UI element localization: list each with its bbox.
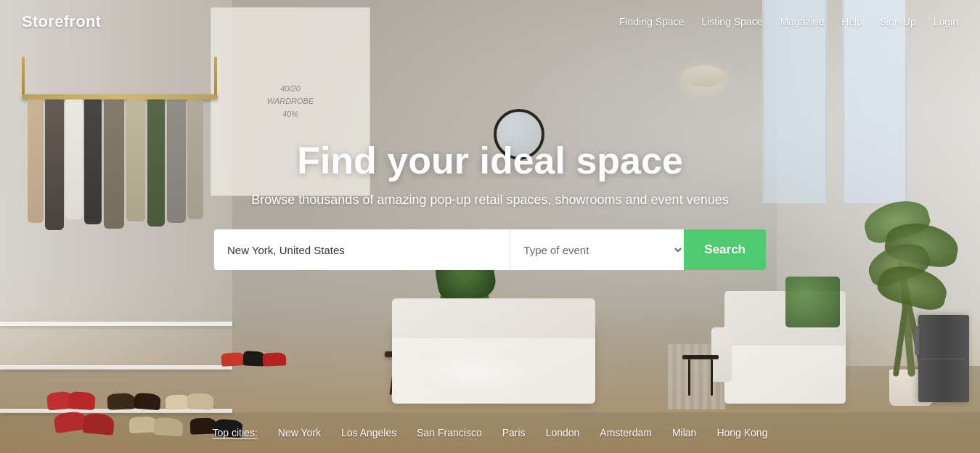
logo[interactable]: Storefront: [22, 12, 101, 31]
nav-listing-space[interactable]: Listing Space: [701, 16, 762, 28]
nav-help[interactable]: Help: [841, 16, 862, 28]
search-button[interactable]: Search: [684, 229, 766, 270]
hero-title: Find your ideal space: [297, 139, 683, 183]
nav-sign-up[interactable]: Sign Up: [880, 16, 916, 28]
nav-finding-space[interactable]: Finding Space: [619, 16, 685, 28]
hero-subtitle: Browse thousands of amazing pop-up retai…: [251, 192, 728, 208]
hero-content: Find your ideal space Browse thousands o…: [0, 0, 980, 453]
city-london[interactable]: London: [546, 427, 580, 438]
city-new-york[interactable]: New York: [278, 427, 321, 438]
navbar: Storefront Finding Space Listing Space M…: [0, 0, 980, 44]
city-paris[interactable]: Paris: [502, 427, 526, 438]
city-hong-kong[interactable]: Hong Kong: [716, 427, 767, 438]
search-type-select[interactable]: Type of event Pop-Up Shop Showroom Event…: [510, 229, 684, 270]
city-los-angeles[interactable]: Los Angeles: [341, 427, 396, 438]
search-bar: Type of event Pop-Up Shop Showroom Event…: [214, 229, 766, 270]
nav-login[interactable]: Login: [934, 16, 958, 28]
city-amsterdam[interactable]: Amsterdam: [600, 427, 652, 438]
cities-bar: Top cities: New York Los Angeles San Fra…: [0, 412, 980, 453]
nav-magazine[interactable]: Magazine: [780, 16, 824, 28]
city-milan[interactable]: Milan: [672, 427, 696, 438]
search-location-input[interactable]: [214, 229, 510, 270]
top-cities-label: Top cities:: [213, 427, 258, 438]
nav-links: Finding Space Listing Space Magazine Hel…: [619, 16, 958, 28]
city-san-francisco[interactable]: San Francisco: [417, 427, 481, 438]
